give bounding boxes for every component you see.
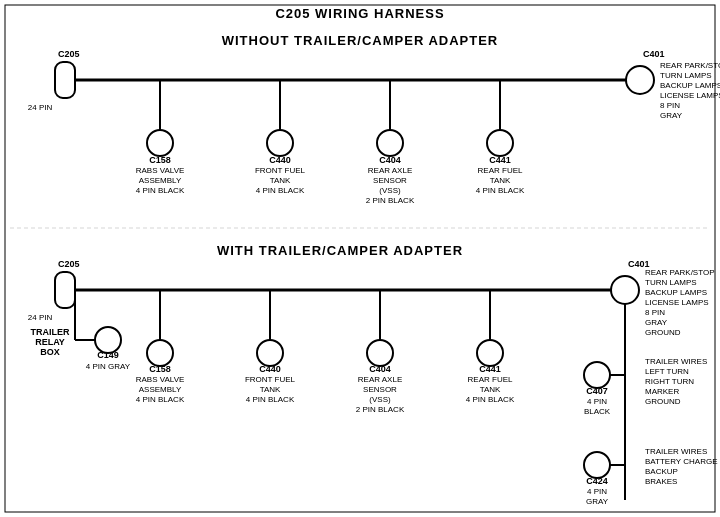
s1-c440-l2: TANK [270,176,291,185]
s2-c441-l1: REAR FUEL [468,375,513,384]
s2-c440-id: C440 [259,364,281,374]
s1-c401-l4: LICENSE LAMPS [660,91,720,100]
s2-c149-id: C149 [97,350,119,360]
s1-c404-l4: 2 PIN BLACK [366,196,415,205]
s1-c401-color: GRAY [660,111,683,120]
s2-c441-l3: 4 PIN BLACK [466,395,515,404]
s2-c149-pins: 4 PIN GRAY [86,362,131,371]
s1-c158-id: C158 [149,155,171,165]
s2-c424-l4: BRAKES [645,477,677,486]
s2-trailer-relay-label1: TRAILER [31,327,70,337]
s1-c401-l2: TURN LAMPS [660,71,712,80]
s1-c401-label: C401 [643,49,665,59]
s2-c424-color: GRAY [586,497,609,506]
s1-c205-label: C205 [58,49,80,59]
diagram-container: C205 WIRING HARNESS WITHOUT TRAILER/CAMP… [0,0,720,517]
s2-c401-l1: REAR PARK/STOP [645,268,715,277]
s2-c158-l1: RABS VALVE [136,375,185,384]
s1-c441-id: C441 [489,155,511,165]
s2-c407-id: C407 [586,386,608,396]
s1-c158-l3: 4 PIN BLACK [136,186,185,195]
svg-point-23 [367,340,393,366]
s2-c424-pins: 4 PIN [587,487,607,496]
s1-c158-l1: RABS VALVE [136,166,185,175]
s2-c440-l1: FRONT FUEL [245,375,296,384]
s2-c404-l1: REAR AXLE [358,375,402,384]
s1-c401-l1: REAR PARK/STOP [660,61,720,70]
wiring-diagram: WITHOUT TRAILER/CAMPER ADAPTER C205 24 P… [0,0,720,517]
s2-c424-l3: BACKUP [645,467,678,476]
s2-c440-l3: 4 PIN BLACK [246,395,295,404]
s2-c401-l3: BACKUP LAMPS [645,288,707,297]
s2-c441-id: C441 [479,364,501,374]
svg-point-10 [487,130,513,156]
s2-c404-l3: (VSS) [369,395,391,404]
s1-c404-l3: (VSS) [379,186,401,195]
s2-c404-id: C404 [369,364,391,374]
s1-c401-pins: 8 PIN [660,101,680,110]
s2-c404-l4: 2 PIN BLACK [356,405,405,414]
s1-c441-l1: REAR FUEL [478,166,523,175]
s2-c158-id: C158 [149,364,171,374]
section1-title: WITHOUT TRAILER/CAMPER ADAPTER [222,33,499,48]
svg-point-2 [626,66,654,94]
s2-c407-pins: 4 PIN [587,397,607,406]
s2-c440-l2: TANK [260,385,281,394]
svg-point-30 [584,452,610,478]
s2-c407-l2: LEFT TURN [645,367,689,376]
s1-c440-l3: 4 PIN BLACK [256,186,305,195]
s2-c205-pins: 24 PIN [28,313,53,322]
s2-c407-l3: RIGHT TURN [645,377,694,386]
svg-point-17 [611,276,639,304]
svg-point-4 [147,130,173,156]
s2-c424-l2: BATTERY CHARGE [645,457,717,466]
s2-trailer-relay-label3: BOX [40,347,60,357]
s1-c158-l2: ASSEMBLY [139,176,182,185]
s2-c158-l3: 4 PIN BLACK [136,395,185,404]
svg-point-19 [147,340,173,366]
s2-c401-ground: GROUND [645,328,681,337]
svg-rect-1 [55,62,75,98]
svg-point-8 [377,130,403,156]
s1-c440-l1: FRONT FUEL [255,166,306,175]
svg-point-25 [477,340,503,366]
svg-point-28 [584,362,610,388]
s1-c440-id: C440 [269,155,291,165]
s1-c441-l3: 4 PIN BLACK [476,186,525,195]
s2-c424-id: C424 [586,476,608,486]
s2-c441-l2: TANK [480,385,501,394]
s2-c407-color: BLACK [584,407,611,416]
s2-c401-pins: 8 PIN [645,308,665,317]
svg-rect-13 [55,272,75,308]
s2-c401-l4: LICENSE LAMPS [645,298,709,307]
s2-c424-l1: TRAILER WIRES [645,447,707,456]
s1-c404-id: C404 [379,155,401,165]
svg-point-6 [267,130,293,156]
s2-c407-l5: GROUND [645,397,681,406]
s2-c401-l2: TURN LAMPS [645,278,697,287]
s2-trailer-relay-label2: RELAY [35,337,65,347]
s1-c404-l1: REAR AXLE [368,166,412,175]
s2-c205-label: C205 [58,259,80,269]
s1-c205-pins: 24 PIN [28,103,53,112]
svg-point-21 [257,340,283,366]
s2-c407-l1: TRAILER WIRES [645,357,707,366]
s1-c441-l2: TANK [490,176,511,185]
s1-c404-l2: SENSOR [373,176,407,185]
section2-title: WITH TRAILER/CAMPER ADAPTER [217,243,463,258]
s2-c407-l4: MARKER [645,387,679,396]
s1-c401-l3: BACKUP LAMPS [660,81,720,90]
s2-c158-l2: ASSEMBLY [139,385,182,394]
s2-c401-color: GRAY [645,318,668,327]
s2-c404-l2: SENSOR [363,385,397,394]
